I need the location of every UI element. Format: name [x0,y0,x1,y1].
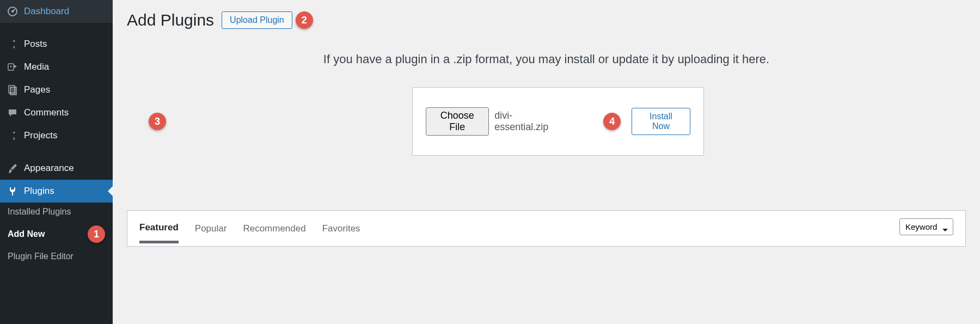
sidebar-item-plugins[interactable]: Plugins [0,180,113,203]
annotation-3: 3 [149,113,166,130]
sidebar-sub-addnew[interactable]: Add New 1 [0,221,113,247]
annotation-1: 1 [88,225,105,243]
sidebar-label: Appearance [24,163,74,174]
search-type-select[interactable]: Keyword [899,218,953,235]
sidebar-label: Projects [24,130,57,141]
upload-plugin-button[interactable]: Upload Plugin [222,11,292,29]
sidebar-item-dashboard[interactable]: Dashboard [0,0,113,23]
annotation-4: 4 [603,113,621,130]
tab-recommended[interactable]: Recommended [243,223,305,242]
sidebar-sub-installed[interactable]: Installed Plugins [0,203,113,221]
sidebar-label: Dashboard [24,6,69,17]
dashboard-icon [7,5,19,17]
sidebar-item-media[interactable]: Media [0,56,113,78]
tab-favorites[interactable]: Favorites [322,223,360,242]
pin-icon [7,38,19,50]
upload-box: Choose File divi-essential.zip 4 Install… [412,87,704,156]
sidebar-label: Comments [24,107,69,118]
sidebar-item-pages[interactable]: Pages [0,78,113,101]
sidebar-item-appearance[interactable]: Appearance [0,157,113,180]
page-header: Add Plugins Upload Plugin 2 [127,11,966,29]
svg-point-1 [11,10,14,13]
choose-file-button[interactable]: Choose File [426,107,489,136]
sidebar-label: Plugins [24,186,54,197]
media-icon [7,61,19,73]
pages-icon [7,84,19,96]
svg-point-3 [10,66,12,68]
plugin-filter-bar: Featured Popular Recommended Favorites K… [127,210,966,247]
sidebar-sub-label: Installed Plugins [8,207,71,217]
sidebar-label: Media [24,62,49,72]
sidebar-item-projects[interactable]: Projects [0,124,113,147]
page-title: Add Plugins [127,11,214,29]
main-content: Add Plugins Upload Plugin 2 If you have … [113,0,980,324]
sidebar-sub-editor[interactable]: Plugin File Editor [0,247,113,266]
tab-featured[interactable]: Featured [139,222,179,243]
upload-instruction: If you have a plugin in a .zip format, y… [127,52,966,66]
sidebar-sub-label: Add New [8,229,45,239]
comments-icon [7,107,19,119]
svg-rect-5 [10,87,16,95]
admin-sidebar: Dashboard Posts Media Pages Comments Pro… [0,0,113,324]
sidebar-item-comments[interactable]: Comments [0,101,113,124]
plug-icon [7,185,19,197]
annotation-2: 2 [296,11,313,29]
sidebar-label: Posts [24,39,47,50]
sidebar-sub-label: Plugin File Editor [8,252,74,261]
sidebar-item-posts[interactable]: Posts [0,33,113,56]
tab-popular[interactable]: Popular [195,223,227,242]
selected-file-name: divi-essential.zip [494,110,565,133]
sidebar-label: Pages [24,84,50,95]
install-now-button[interactable]: Install Now [632,108,690,135]
search-type-select-wrap: Keyword [899,218,953,241]
brush-icon [7,162,19,174]
pin-icon [7,130,19,142]
